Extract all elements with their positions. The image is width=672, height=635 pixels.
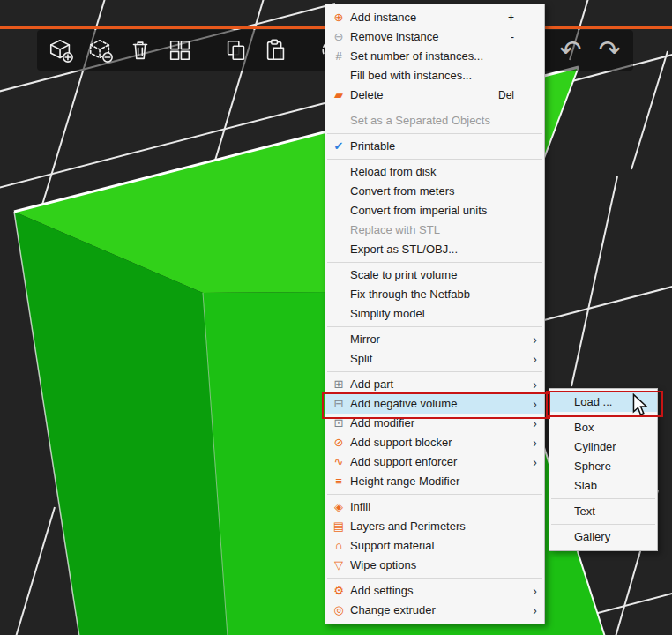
menu-item-box[interactable]: Box bbox=[549, 418, 657, 437]
menu-item-add-negative-volume[interactable]: ⊟Add negative volume› bbox=[325, 394, 544, 414]
menu-item-label: Convert from meters bbox=[350, 182, 514, 201]
menu-item-label: Add support blocker bbox=[350, 433, 514, 452]
menu-item-label: Mirror bbox=[350, 330, 514, 349]
menu-item-support-material[interactable]: ∩Support material bbox=[325, 536, 544, 556]
undo-icon: ↶ bbox=[559, 34, 581, 67]
menu-item-convert-from-meters[interactable]: Convert from meters bbox=[325, 182, 544, 201]
menu-item-printable[interactable]: ✔Printable bbox=[325, 137, 544, 156]
menu-item-set-as-a-separated-objects: Set as a Separated Objects bbox=[325, 111, 544, 131]
remove-object-button[interactable] bbox=[84, 34, 117, 67]
context-menu: ⊕Add instance+⊖Remove instance-#Set numb… bbox=[325, 4, 545, 624]
add-instance-icon: ⊕ bbox=[327, 8, 350, 27]
remove-instance-icon: ⊖ bbox=[327, 27, 350, 47]
menu-item-shortcut: - bbox=[511, 27, 523, 47]
menu-item-label: Printable bbox=[350, 137, 514, 156]
submenu-arrow-icon: › bbox=[523, 581, 542, 601]
layers-icon: ▤ bbox=[327, 517, 350, 536]
menu-item-text[interactable]: Text bbox=[549, 502, 657, 521]
menu-item-layers-and-perimeters[interactable]: ▤Layers and Perimeters bbox=[325, 517, 544, 536]
menu-item-sphere[interactable]: Sphere bbox=[549, 457, 657, 476]
menu-item-label: Simplify model bbox=[350, 304, 514, 324]
delete-icon: ▰ bbox=[327, 86, 350, 105]
printable-check-icon: ✔ bbox=[327, 137, 350, 156]
menu-item-fill-bed-with-instances[interactable]: Fill bed with instances... bbox=[325, 66, 544, 86]
menu-item-label: Scale to print volume bbox=[350, 265, 514, 285]
menu-separator bbox=[327, 326, 542, 327]
add-negative-volume-submenu: Load ...BoxCylinderSphereSlabTextGallery bbox=[549, 388, 658, 551]
menu-item-label: Replace with STL bbox=[350, 220, 514, 240]
menu-item-label: Reload from disk bbox=[350, 162, 514, 182]
menu-item-label: Change extruder bbox=[350, 601, 514, 620]
menu-item-add-part[interactable]: ⊞Add part› bbox=[325, 375, 544, 394]
grid-line bbox=[527, 285, 672, 325]
delete-all-button[interactable] bbox=[123, 34, 157, 67]
support-material-icon: ∩ bbox=[327, 536, 350, 556]
menu-item-gallery[interactable]: Gallery bbox=[549, 527, 657, 547]
menu-separator bbox=[551, 498, 655, 499]
menu-item-label: Add support enforcer bbox=[350, 452, 514, 472]
menu-item-remove-instance[interactable]: ⊖Remove instance- bbox=[325, 27, 544, 47]
menu-item-add-support-blocker[interactable]: ⊘Add support blocker› bbox=[325, 433, 544, 452]
menu-item-cylinder[interactable]: Cylinder bbox=[549, 437, 657, 457]
menu-separator bbox=[327, 494, 542, 495]
menu-separator bbox=[327, 262, 542, 263]
menu-item-label: Set as a Separated Objects bbox=[350, 111, 514, 131]
undo-button[interactable]: ↶ bbox=[554, 34, 587, 67]
menu-item-reload-from-disk[interactable]: Reload from disk bbox=[325, 162, 544, 182]
submenu-arrow-icon: › bbox=[523, 433, 542, 452]
submenu-arrow-icon: › bbox=[523, 414, 542, 433]
paste-icon bbox=[263, 37, 289, 64]
menu-item-wipe-options[interactable]: ▽Wipe options bbox=[325, 556, 544, 575]
menu-item-add-settings[interactable]: ⚙Add settings› bbox=[325, 581, 544, 601]
menu-item-change-extruder[interactable]: ◎Change extruder› bbox=[325, 601, 544, 620]
submenu-arrow-icon: › bbox=[523, 330, 542, 349]
add-part-icon: ⊞ bbox=[327, 375, 350, 394]
undo-redo-group: ↶ ↷ bbox=[554, 34, 626, 67]
remove-object-icon bbox=[87, 37, 114, 64]
paste-button[interactable] bbox=[259, 34, 293, 67]
menu-item-delete[interactable]: ▰DeleteDel bbox=[325, 86, 544, 105]
menu-item-infill[interactable]: ◈Infill bbox=[325, 497, 544, 517]
submenu-arrow-icon: › bbox=[523, 349, 542, 369]
menu-item-shortcut: Del bbox=[498, 86, 523, 105]
delete-all-icon bbox=[127, 37, 153, 64]
menu-item-height-range-modifier[interactable]: ≡Height range Modifier bbox=[325, 472, 544, 491]
copy-button[interactable] bbox=[220, 34, 253, 67]
menu-separator bbox=[551, 524, 655, 525]
menu-item-mirror[interactable]: Mirror› bbox=[325, 330, 544, 349]
menu-item-label: Add part bbox=[350, 375, 514, 394]
add-support-blocker-icon: ⊘ bbox=[327, 433, 350, 452]
add-object-button[interactable] bbox=[44, 34, 78, 67]
redo-icon: ↷ bbox=[598, 34, 620, 67]
arrange-button[interactable] bbox=[163, 34, 197, 67]
menu-item-slab[interactable]: Slab bbox=[549, 476, 657, 496]
menu-item-set-number-of-instances[interactable]: #Set number of instances... bbox=[325, 47, 544, 66]
menu-item-label: Set number of instances... bbox=[350, 47, 514, 66]
menu-item-label: Remove instance bbox=[350, 27, 511, 47]
menu-item-scale-to-print-volume[interactable]: Scale to print volume bbox=[325, 265, 544, 285]
menu-item-load[interactable]: Load ... bbox=[549, 392, 657, 412]
redo-button[interactable]: ↷ bbox=[593, 34, 626, 67]
menu-item-export-as-stl-obj[interactable]: Export as STL/OBJ... bbox=[325, 240, 544, 259]
add-settings-icon: ⚙ bbox=[327, 581, 350, 601]
menu-separator bbox=[327, 371, 542, 372]
menu-item-label: Delete bbox=[350, 86, 498, 105]
menu-item-convert-from-imperial-units[interactable]: Convert from imperial units bbox=[325, 201, 544, 220]
arrange-icon bbox=[167, 37, 193, 64]
height-range-icon: ≡ bbox=[327, 472, 350, 491]
menu-item-label: Box bbox=[574, 418, 627, 437]
menu-item-label: Add negative volume bbox=[350, 394, 514, 414]
menu-item-label: Cylinder bbox=[574, 437, 627, 457]
menu-item-add-instance[interactable]: ⊕Add instance+ bbox=[325, 8, 544, 27]
menu-item-add-modifier[interactable]: ⊡Add modifier› bbox=[325, 414, 544, 433]
menu-item-fix-through-the-netfabb[interactable]: Fix through the Netfabb bbox=[325, 285, 544, 304]
menu-item-split[interactable]: Split› bbox=[325, 349, 544, 369]
menu-item-label: Sphere bbox=[574, 457, 627, 476]
menu-item-add-support-enforcer[interactable]: ∿Add support enforcer› bbox=[325, 452, 544, 472]
menu-item-label: Height range Modifier bbox=[350, 472, 514, 491]
menu-item-label: Fix through the Netfabb bbox=[350, 285, 514, 304]
menu-item-simplify-model[interactable]: Simplify model bbox=[325, 304, 544, 324]
menu-item-label: Support material bbox=[350, 536, 514, 556]
menu-item-replace-with-stl: Replace with STL bbox=[325, 220, 544, 240]
menu-item-label: Wipe options bbox=[350, 556, 514, 575]
